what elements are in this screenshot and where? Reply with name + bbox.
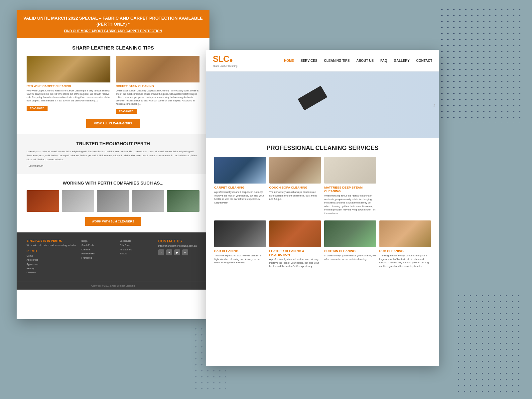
footer-link-applecross1[interactable]: Applecross — [27, 258, 76, 262]
trusted-section: TRUSTED THROUGHOUT PERTH Lorem ipsum dol… — [17, 134, 209, 174]
tips-title: SHARP LEATHER CLEANING TIPS — [27, 45, 200, 51]
footer-link-hamiltonhill[interactable]: Hamilton Hill — [81, 252, 114, 256]
service-card-mattress: MATTRESS DEEP STEAM CLEANING When thinki… — [324, 157, 376, 215]
logo-text: SLC — [213, 54, 229, 64]
footer: SPECIALISTS IN PERTH. We service all cen… — [17, 232, 209, 281]
footer-col1-subtitle: We service all centres and surrounding s… — [27, 244, 76, 247]
nav-gallery[interactable]: GALLERY — [394, 59, 409, 63]
service-card-curtain: CURTAIN CLEANING In order to help you re… — [324, 220, 376, 268]
nav-links: HOME SERVICES CLEANING TIPS ABOUT US FAQ… — [284, 59, 432, 63]
service-desc-mattress: When thinking about the regular cleaning… — [324, 194, 376, 215]
banner-subtitle[interactable]: FIND OUT MORE ABOUT FABRIC AND CARPET PR… — [23, 29, 203, 33]
service-name-rug: RUG CLEANING — [379, 249, 431, 253]
footer-link-badvis[interactable]: Badvis — [120, 252, 153, 256]
dot-decoration-bottom-right — [456, 293, 522, 392]
tip-image-coffee — [116, 56, 200, 82]
service-image-couch — [269, 157, 321, 184]
tip-item-2: COFFEE STAIN CLEANING Coffee Stain Carpe… — [116, 56, 200, 114]
banner-title: VALID UNTIL MARCH 2022 SPECIAL – FABRIC … — [23, 15, 203, 27]
logo-dot — [230, 59, 232, 62]
tips-section: SHARP LEATHER CLEANING TIPS RED WINE CAR… — [17, 38, 209, 134]
service-image-curtain — [324, 220, 376, 247]
youtube-icon[interactable]: ▶ — [174, 249, 180, 255]
footer-link-applecross2[interactable]: Applecross — [27, 262, 76, 267]
footer-specialists-title: SPECIALISTS IN PERTH. — [27, 239, 76, 242]
services-title: PROFESSIONAL CLEANING SERVICES — [214, 145, 431, 152]
work-with-cleaners-button[interactable]: WORK WITH SLM CLEANERS — [85, 217, 141, 226]
footer-link-southperth[interactable]: South Perth — [81, 243, 114, 248]
pinterest-icon[interactable]: P — [182, 249, 188, 255]
trusted-text: Lorem ipsum dolor sit amet, consectetur … — [27, 150, 200, 162]
logo: SLC Sharp Leather Cleaning — [213, 54, 237, 67]
footer-link-bentley[interactable]: Bentley — [27, 267, 76, 271]
service-card-empty — [379, 157, 431, 215]
dot-decoration-top-right — [439, 7, 522, 123]
footer-perth-label: PERTH — [27, 249, 76, 253]
right-page: SLC Sharp Leather Cleaning HOME SERVICES… — [206, 50, 439, 366]
footer-col-2: Belga South Perth Dianella Hamilton Hill… — [81, 239, 114, 275]
navigation: SLC Sharp Leather Cleaning HOME SERVICES… — [206, 50, 439, 71]
services-grid-row1: CARPET CLEANING A professionally cleaned… — [214, 157, 431, 215]
instagram-icon[interactable]: ● — [166, 249, 172, 255]
service-desc-car: Trust the experts! At SLC we will perfor… — [214, 254, 266, 265]
service-card-car: CAR CLEANING Trust the experts! At SLC w… — [214, 220, 266, 268]
service-image-carpet — [214, 157, 266, 184]
company-image-1 — [27, 190, 59, 212]
company-image-3 — [97, 190, 129, 212]
promo-banner: VALID UNTIL MARCH 2022 SPECIAL – FABRIC … — [17, 10, 209, 38]
footer-contact-title: CONTACT US — [158, 239, 200, 243]
service-desc-carpet: A professionally cleaned carpet can not … — [214, 191, 266, 204]
read-more-button-2[interactable]: Read more — [116, 109, 137, 114]
tips-grid: RED WINE CARPET CLEANING Red Wine Carpet… — [27, 56, 200, 114]
hero-image — [206, 71, 439, 138]
footer-social-links: f ● ▶ P — [158, 249, 200, 255]
footer-link-como[interactable]: Como — [27, 254, 76, 258]
footer-link-fremantle[interactable]: Fremantle — [81, 256, 114, 260]
service-desc-curtain: In order to help you revitalise your cur… — [324, 254, 376, 261]
service-desc-leather: A professionally cleaned leather can not… — [269, 258, 321, 268]
service-name-mattress: MATTRESS DEEP STEAM CLEANING — [324, 186, 376, 193]
companies-section: WORKING WITH PERTH COMPANIES SUCH AS... … — [17, 174, 209, 232]
service-name-carpet: CARPET CLEANING — [214, 186, 266, 189]
trusted-cite: – Lorem Ipsum — [27, 164, 200, 167]
service-card-leather: LEATHER CLEANING & PROTECTION A professi… — [269, 220, 321, 268]
footer-col-4: CONTACT US info@sharpleathercleaning.com… — [158, 239, 200, 275]
company-image-5 — [167, 190, 200, 212]
nav-services[interactable]: SERVICES — [301, 59, 317, 63]
service-desc-rug: The Rug almost always concentrate quite … — [379, 254, 431, 268]
footer-email[interactable]: info@sharpleathercleaning.com.au — [158, 244, 200, 247]
hero-section: › — [206, 71, 439, 138]
tip-heading-2: COFFEE STAIN CLEANING — [116, 84, 200, 88]
service-image-rug — [379, 220, 431, 247]
trusted-title: TRUSTED THROUGHOUT PERTH — [27, 141, 200, 146]
footer-link-allsuburbs[interactable]: All Suburbs — [120, 248, 153, 252]
logo-container: SLC Sharp Leather Cleaning — [213, 54, 237, 67]
footer-link-clarkson[interactable]: Clarkson — [27, 271, 76, 275]
nav-cleaning-tips[interactable]: CLEANING TIPS — [324, 59, 349, 63]
nav-home[interactable]: HOME — [284, 59, 294, 63]
left-page: VALID UNTIL MARCH 2022 SPECIAL – FABRIC … — [17, 10, 209, 319]
tip-text-1: Red Wine Carpet Cleaning Read Wine Carpe… — [27, 89, 110, 102]
service-name-couch: COUCH SOFA CLEANING — [269, 186, 321, 189]
footer-link-leederville[interactable]: Leederville — [120, 239, 153, 243]
facebook-icon[interactable]: f — [158, 249, 164, 255]
nav-about-us[interactable]: ABOUT US — [356, 59, 374, 63]
nav-contact[interactable]: CONTACT — [416, 59, 432, 63]
nav-faq[interactable]: FAQ — [380, 59, 387, 63]
service-card-couch: COUCH SOFA CLEANING The upholstery almos… — [269, 157, 321, 215]
footer-col-1: SPECIALISTS IN PERTH. We service all cen… — [27, 239, 76, 275]
service-desc-couch: The upholstery almost always concentrate… — [269, 191, 321, 201]
companies-title: WORKING WITH PERTH COMPANIES SUCH AS... — [27, 181, 200, 186]
view-all-tips-button[interactable]: VIEW ALL CLEANING TIPS — [86, 119, 140, 128]
tip-heading-1: RED WINE CARPET CLEANING — [27, 84, 110, 88]
service-name-curtain: CURTAIN CLEANING — [324, 249, 376, 253]
services-grid-row2: CAR CLEANING Trust the experts! At SLC w… — [214, 220, 431, 268]
service-image-car — [214, 220, 266, 247]
service-card-rug: RUG CLEANING The Rug almost always conce… — [379, 220, 431, 268]
read-more-button-1[interactable]: Read more — [27, 106, 48, 111]
footer-link-belga[interactable]: Belga — [81, 239, 114, 243]
tip-text-2: Coffee Stain Carpet Cleaning Carpet Stai… — [116, 89, 200, 105]
footer-link-citybeach[interactable]: City Beach — [120, 243, 153, 248]
footer-link-dianella[interactable]: Dianella — [81, 248, 114, 252]
hero-next-arrow[interactable]: › — [433, 101, 436, 109]
